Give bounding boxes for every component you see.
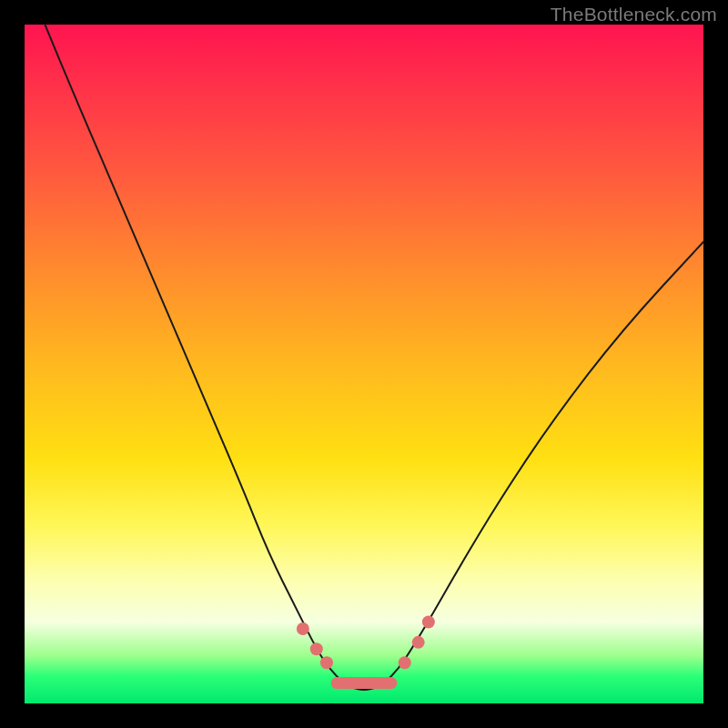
trough-markers-group [297, 615, 435, 682]
watermark-text: TheBottleneck.com [551, 4, 717, 25]
plot-area [25, 25, 703, 703]
bottleneck-curve-svg [25, 25, 703, 703]
trough-marker [399, 656, 411, 669]
trough-marker [320, 656, 333, 669]
trough-marker [310, 642, 323, 655]
trough-marker [297, 622, 309, 635]
chart-frame: TheBottleneck.com [0, 0, 728, 728]
bottleneck-curve-path [45, 25, 703, 690]
trough-marker [412, 636, 425, 649]
trough-marker [422, 615, 435, 628]
